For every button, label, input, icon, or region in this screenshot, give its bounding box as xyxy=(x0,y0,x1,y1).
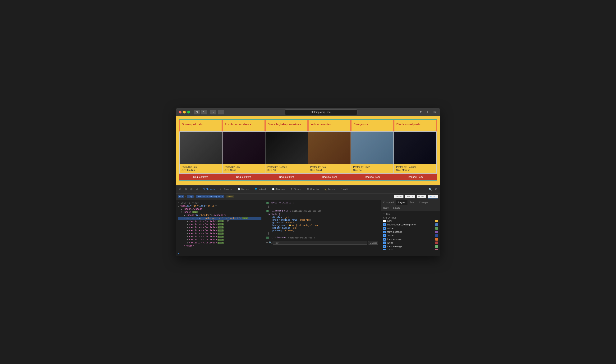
devtools-main: <!DOCTYPE html> ▶ <html dir="ltr" lang="… xyxy=(176,200,440,250)
css-prop-display: display: grid; xyxy=(266,216,378,219)
product-posted-2: Posted by: Kendall xyxy=(267,166,306,169)
tab-network[interactable]: 🌐 Network xyxy=(252,185,269,193)
product-card-0: Brown polo shirt Posted by: Jon Size: Me… xyxy=(179,120,222,181)
overlay-article-3-checkbox[interactable] xyxy=(383,242,386,244)
color-swatch[interactable] xyxy=(289,224,291,226)
rp-tab-font[interactable]: Font xyxy=(407,200,417,205)
browser-window: ⊟ ⊡▾ ‹ › clothingswap.local ⬆ + ⧉ Brown … xyxy=(176,108,440,256)
url-input[interactable]: clothingswap.local xyxy=(285,109,357,115)
product-title-3: Yellow sweater xyxy=(308,120,351,131)
sidebar-toggle[interactable]: ⊟ xyxy=(194,110,200,115)
overlay-body-label: body xyxy=(387,220,434,222)
tab-graphics[interactable]: 🖼 Graphics xyxy=(304,185,322,193)
rp-tab-layout[interactable]: Layout xyxy=(396,200,407,205)
request-item-button-1[interactable]: Request Item xyxy=(222,174,265,180)
dom-head[interactable]: ▶ <head>…</head> xyxy=(178,208,261,211)
svg-rect-5 xyxy=(394,132,436,164)
tab-console[interactable]: >_ Console xyxy=(218,185,234,193)
bc-main[interactable]: main#content.clothing-store xyxy=(196,195,224,198)
forward-button[interactable]: › xyxy=(218,110,224,115)
request-item-button-5[interactable]: Request Item xyxy=(394,174,437,180)
overlay-body-checkbox[interactable] xyxy=(383,220,386,222)
tab-sources[interactable]: 📄 Sources xyxy=(235,185,252,193)
request-item-button-3[interactable]: Request Item xyxy=(308,174,351,180)
overlay-article-4-checkbox[interactable] xyxy=(383,249,386,250)
dom-body[interactable]: ▼ <body> grid xyxy=(178,211,261,214)
state-visited-btn[interactable]: Visited xyxy=(428,195,438,198)
css-prop-background: background: var(--brand-yellow); xyxy=(266,224,378,227)
tab-layers[interactable]: 📐 Layers xyxy=(322,185,337,193)
css-file-2[interactable]: multiplethreads.css:4 xyxy=(288,237,315,239)
product-size-0: Size: Medium xyxy=(182,169,220,171)
overlay-form-msg-1-checkbox[interactable] xyxy=(383,231,386,233)
request-item-button-0[interactable]: Request Item xyxy=(179,174,222,180)
product-title-0: Brown polo shirt xyxy=(179,120,222,131)
product-card-5: Black sweatpants Posted by: Harrison Siz… xyxy=(394,120,437,181)
minimize-button[interactable] xyxy=(183,111,186,114)
dom-article-7[interactable]: ▶ <article>…</article> grid xyxy=(178,241,261,244)
overlay-article-1-checkbox[interactable] xyxy=(383,227,386,230)
storage-tab-label: Storage xyxy=(294,188,301,190)
tab-storage[interactable]: 🗄 Storage xyxy=(288,185,304,193)
bc-article[interactable]: article xyxy=(226,195,234,198)
request-item-button-2[interactable]: Request Item xyxy=(265,174,308,180)
css-add-icon[interactable]: + xyxy=(266,241,268,245)
css-file-1[interactable]: multiplethreads.css:197 xyxy=(292,210,322,212)
bc-html[interactable]: html xyxy=(178,195,184,198)
css-prop-grid-row: grid-row: span 5; xyxy=(266,221,378,224)
dom-header[interactable]: ▶ <header id="header"> …</header> xyxy=(178,214,261,217)
overlay-form-msg-2-checkbox[interactable] xyxy=(383,238,386,241)
url-text: clothingswap.local xyxy=(311,111,331,114)
dom-article-6[interactable]: ▶ <article>…</article> grid xyxy=(178,238,261,241)
product-meta-3: Posted by: Kate Size: Small xyxy=(308,164,351,174)
rp-tab-computed[interactable]: Computed xyxy=(381,200,396,205)
bc-body[interactable]: body xyxy=(187,195,194,198)
dom-article-0[interactable]: ▶ <article>…</article> grid = $0 xyxy=(178,220,261,223)
dom-article-5[interactable]: ▶ <article>…</article> grid xyxy=(178,235,261,238)
state-active-btn[interactable]: Active xyxy=(394,195,404,198)
overlay-form-msg-3-checkbox[interactable] xyxy=(383,245,386,248)
tab-overview-icon[interactable]: ⧉ xyxy=(432,109,437,115)
state-focus-btn[interactable]: Focus xyxy=(405,195,415,198)
back-button[interactable]: ‹ xyxy=(210,110,216,115)
maximize-button[interactable] xyxy=(187,111,190,114)
overlay-article-2-checkbox[interactable] xyxy=(383,234,386,237)
share-icon[interactable]: ⬆ xyxy=(418,109,423,115)
close-devtools-icon[interactable]: ✕ xyxy=(177,187,183,192)
search-icon[interactable]: 🔍 xyxy=(428,187,433,192)
dom-article-2[interactable]: ▶ <article>…</article> grid xyxy=(178,226,261,229)
dom-main[interactable]: ▼ <main class="clothing-store" id="conte… xyxy=(178,217,261,220)
overlay-article-3-color xyxy=(435,242,438,244)
css-classes-button[interactable]: Classes xyxy=(368,241,378,245)
rp-tab-layers[interactable]: Layers xyxy=(391,205,403,211)
dock-side-icon[interactable]: ⊡ xyxy=(189,187,194,192)
css-filter-input[interactable] xyxy=(273,241,367,245)
inspect-icon[interactable]: ⊕ xyxy=(195,187,200,192)
dock-bottom-icon[interactable]: ⊟ xyxy=(183,187,188,192)
dom-article-3[interactable]: ▶ <article>…</article> grid xyxy=(178,229,261,232)
tab-audit[interactable]: ✓ Audit xyxy=(338,185,351,193)
state-hover-btn[interactable]: Hover xyxy=(417,195,426,198)
dom-article-1[interactable]: ▶ <article>…</article> grid xyxy=(178,223,261,226)
close-button[interactable] xyxy=(179,111,182,114)
product-size-5: Size: Medium xyxy=(396,169,434,171)
new-tab-icon[interactable]: + xyxy=(425,109,430,115)
overlay-main-checkbox[interactable] xyxy=(383,223,386,226)
product-title-5: Black sweatpants xyxy=(394,120,437,131)
bc-sep-1: › xyxy=(185,195,186,198)
request-item-button-4[interactable]: Request Item xyxy=(351,174,394,180)
dom-html[interactable]: ▶ <html dir="ltr" lang="en-us"> xyxy=(178,205,261,208)
rp-tab-changes[interactable]: Changes xyxy=(417,200,431,205)
tab-timelines[interactable]: 🕐 Timelines xyxy=(269,185,288,193)
settings-icon[interactable]: ⚙ xyxy=(433,187,439,192)
tab-elements[interactable]: ⊡ Elements xyxy=(200,185,217,193)
window-layout-toggle[interactable]: ⊡▾ xyxy=(201,110,207,115)
timelines-tab-label: Timelines xyxy=(276,188,285,190)
rp-tab-node[interactable]: Node xyxy=(381,205,391,211)
product-posted-0: Posted by: Jon xyxy=(182,166,220,169)
dom-article-4[interactable]: ▶ <article>…</article> grid xyxy=(178,232,261,235)
traffic-lights xyxy=(179,111,190,114)
product-image-5 xyxy=(394,131,437,164)
grid-overlays-section: Grid Overlays body main#content.clothing… xyxy=(383,217,438,250)
overlay-main-color xyxy=(435,223,438,226)
